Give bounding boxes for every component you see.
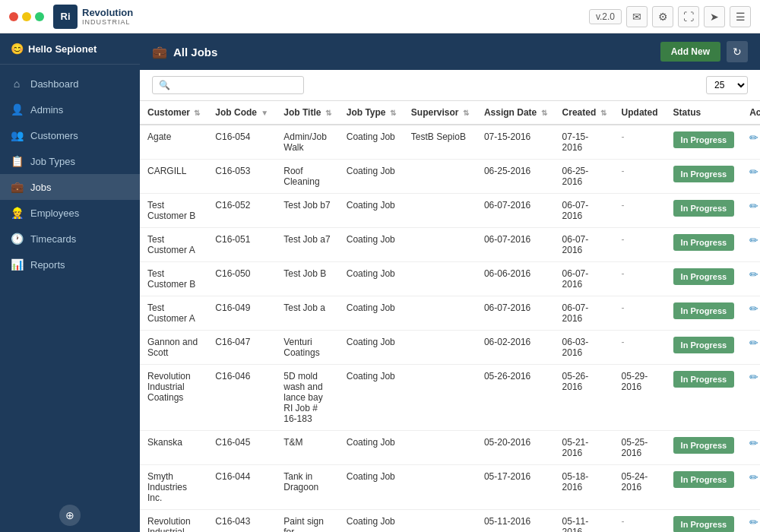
cell-updated: - — [614, 160, 666, 194]
sidebar-item-admins[interactable]: 👤 Admins — [0, 97, 140, 122]
sidebar-item-label: Timecards — [30, 233, 76, 245]
topbar-actions: v.2.0 ✉ ⚙ ⛶ ➤ ☰ — [589, 6, 751, 27]
status-button[interactable]: In Progress — [673, 437, 735, 454]
per-page-select[interactable]: 25 50 100 — [706, 76, 748, 94]
sidebar-item-job-types[interactable]: 📋 Job Types — [0, 148, 140, 174]
cell-assign-date: 05-20-2016 — [477, 431, 555, 465]
cell-updated: - — [614, 262, 666, 296]
sidebar-user: 😊 Hello Sepionet — [0, 33, 140, 65]
edit-icon[interactable]: ✏ — [749, 371, 758, 383]
job-types-icon: 📋 — [11, 155, 23, 167]
status-button[interactable]: In Progress — [673, 131, 735, 148]
jobs-table-wrapper: Customer ⇅ Job Code ▼ Job Title ⇅ Job Ty… — [140, 101, 760, 532]
edit-icon[interactable]: ✏ — [749, 131, 758, 144]
edit-icon[interactable]: ✏ — [749, 166, 758, 178]
sidebar-item-reports[interactable]: 📊 Reports — [0, 252, 140, 277]
cell-job-type: Coating Job — [339, 160, 404, 194]
cell-created: 05-18-2016 — [555, 465, 614, 510]
fullscreen-button[interactable]: ⛶ — [678, 6, 699, 27]
edit-icon[interactable]: ✏ — [749, 234, 758, 246]
status-button[interactable]: In Progress — [673, 371, 735, 388]
refresh-button[interactable]: ↻ — [727, 41, 748, 62]
cell-job-code: C16-046 — [207, 365, 276, 431]
edit-icon[interactable]: ✏ — [749, 437, 758, 449]
edit-icon[interactable]: ✏ — [749, 268, 758, 280]
cell-created: 06-03-2016 — [555, 331, 614, 365]
cell-actions: ✏ 🗑 — [742, 194, 760, 228]
cell-job-type: Coating Job — [339, 331, 404, 365]
cell-status: In Progress — [666, 465, 743, 510]
cell-job-code: C16-043 — [207, 510, 276, 533]
status-button[interactable]: In Progress — [673, 200, 735, 217]
edit-icon[interactable]: ✏ — [749, 471, 758, 483]
table-row: Test Customer A C16-051 Test Job a7 Coat… — [140, 228, 760, 262]
export-button[interactable]: ➤ — [704, 6, 725, 27]
menu-button[interactable]: ☰ — [730, 6, 751, 27]
cell-status: In Progress — [666, 160, 743, 194]
cell-job-title: Paint sign for — [276, 510, 338, 533]
cell-supervisor — [404, 228, 477, 262]
col-assign-date[interactable]: Assign Date ⇅ — [477, 101, 555, 125]
status-button[interactable]: In Progress — [673, 268, 735, 285]
traffic-light-yellow — [22, 12, 31, 21]
col-job-type[interactable]: Job Type ⇅ — [339, 101, 404, 125]
status-button[interactable]: In Progress — [673, 166, 735, 182]
search-input[interactable] — [175, 80, 297, 90]
edit-icon[interactable]: ✏ — [749, 516, 758, 528]
status-button[interactable]: In Progress — [673, 337, 735, 353]
cell-job-code: C16-054 — [207, 125, 276, 160]
edit-icon[interactable]: ✏ — [749, 200, 758, 212]
col-job-title[interactable]: Job Title ⇅ — [276, 101, 338, 125]
cell-updated: 05-29-2016 — [614, 365, 666, 431]
table-controls: 🔍 25 50 100 — [140, 70, 760, 101]
settings-button[interactable]: ⚙ — [652, 6, 673, 27]
edit-icon[interactable]: ✏ — [749, 302, 758, 315]
status-button[interactable]: In Progress — [673, 302, 735, 319]
cell-job-type: Coating Job — [339, 262, 404, 296]
cell-updated: - — [614, 510, 666, 533]
col-created[interactable]: Created ⇅ — [555, 101, 614, 125]
col-supervisor[interactable]: Supervisor ⇅ — [404, 101, 477, 125]
col-status: Status — [666, 101, 743, 125]
cell-actions: ✏ 🗑 — [742, 125, 760, 160]
cell-job-title: T&M — [276, 431, 338, 465]
status-button[interactable]: In Progress — [673, 234, 735, 251]
edit-icon[interactable]: ✏ — [749, 337, 758, 349]
cell-assign-date: 05-11-2016 — [477, 510, 555, 533]
jobs-header-icon: 💼 — [152, 45, 167, 59]
cell-actions: ✏ 🗑 — [742, 431, 760, 465]
col-updated[interactable]: Updated — [614, 101, 666, 125]
col-customer[interactable]: Customer ⇅ — [140, 101, 207, 125]
traffic-lights — [9, 12, 44, 21]
table-row: Test Customer B C16-050 Test Job B Coati… — [140, 262, 760, 296]
cell-actions: ✏ 🗑 — [742, 228, 760, 262]
status-button[interactable]: In Progress — [673, 471, 735, 488]
cell-job-title: Tank in Dragoon — [276, 465, 338, 510]
add-new-button[interactable]: Add New — [660, 42, 720, 62]
mail-button[interactable]: ✉ — [626, 6, 648, 27]
col-job-code[interactable]: Job Code ▼ — [207, 101, 276, 125]
sidebar-item-timecards[interactable]: 🕐 Timecards — [0, 226, 140, 252]
sidebar-item-dashboard[interactable]: ⌂ Dashboard — [0, 71, 140, 97]
cell-status: In Progress — [666, 331, 743, 365]
cell-updated: - — [614, 331, 666, 365]
cell-supervisor — [404, 365, 477, 431]
search-box: 🔍 — [152, 76, 304, 94]
sidebar-item-jobs[interactable]: 💼 Jobs — [0, 174, 140, 200]
cell-job-title: Admin/Job Walk — [276, 125, 338, 160]
status-button[interactable]: In Progress — [673, 516, 735, 532]
sidebar-toggle-button[interactable]: ⊕ — [59, 505, 81, 526]
sidebar-item-employees[interactable]: 👷 Employees — [0, 200, 140, 226]
table-row: CARGILL C16-053 Roof Cleaning Coating Jo… — [140, 160, 760, 194]
cell-job-code: C16-053 — [207, 160, 276, 194]
sidebar-item-label: Dashboard — [30, 78, 79, 90]
logo-name: Revolution — [82, 7, 133, 19]
cell-supervisor — [404, 331, 477, 365]
cell-job-type: Coating Job — [339, 465, 404, 510]
cell-actions: ✏ 🗑 — [742, 365, 760, 431]
cell-status: In Progress — [666, 296, 743, 331]
sidebar-item-label: Jobs — [30, 182, 51, 193]
traffic-light-red — [9, 12, 18, 21]
cell-updated: - — [614, 125, 666, 160]
sidebar-item-customers[interactable]: 👥 Customers — [0, 122, 140, 148]
